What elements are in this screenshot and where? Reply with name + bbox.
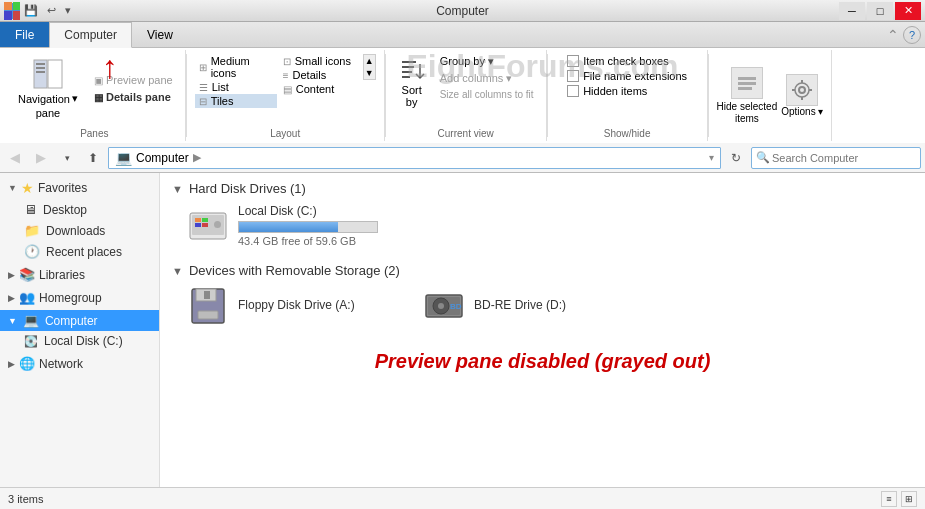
svg-rect-4 [36,71,45,73]
file-name-extensions-toggle[interactable]: File name extensions [565,69,689,83]
removable-grid: Floppy Disk Drive (A:) BD [172,286,913,326]
layout-scrollbar: ▲ ▼ [363,54,376,80]
network-expand-icon: ▶ [8,359,15,369]
layout-list: ⊞ Medium icons ☰ List ⊟ Tiles [195,54,277,108]
floppy-name: Floppy Disk Drive (A:) [238,298,355,312]
removable-item-bd[interactable]: BD BD-RE Drive (D:) [424,286,644,326]
tab-spacer [188,22,887,47]
window-controls: ─ □ ✕ [839,2,921,20]
homegroup-icon: 👥 [19,290,35,305]
hide-selected-label: Hide selecteditems [717,101,778,125]
libraries-header[interactable]: ▶ 📚 Libraries [0,264,159,285]
help-button[interactable]: ? [903,26,921,44]
favorites-expand-icon: ▼ [8,183,17,193]
dropdown-button[interactable]: ▾ [56,147,78,169]
layout-small-icons[interactable]: ⊡ Small icons [279,54,361,68]
computer-header[interactable]: ▼ 💻 Computer [0,310,159,331]
search-input[interactable] [772,152,916,164]
main-area: ▼ ★ Favorites 🖥 Desktop 📁 Downloads 🕐 Re… [0,173,925,487]
layout-scroll-up[interactable]: ▲ [364,55,375,67]
size-columns-button[interactable]: Size all columns to fit [436,88,538,101]
ribbon-group-hide-options: Hide selecteditems Options ▾ [709,50,832,141]
tab-file[interactable]: File [0,22,49,47]
ribbon-tabs: File Computer View ⌃ ? [0,22,925,48]
homegroup-header[interactable]: ▶ 👥 Homegroup [0,287,159,308]
ribbon-help-area: ⌃ ? [887,22,925,47]
hide-selected-button[interactable]: Hide selecteditems [717,67,778,125]
options-button[interactable]: Options ▾ [781,74,822,117]
details-view-icon[interactable]: ≡ [881,491,897,507]
address-path[interactable]: 💻 Computer ▶ ▾ [108,147,721,169]
minimize-button[interactable]: ─ [839,2,865,20]
layout-content[interactable]: ▤ Content [279,82,361,96]
star-icon: ★ [21,180,34,196]
layout-scroll-down[interactable]: ▼ [364,67,375,79]
favorites-header[interactable]: ▼ ★ Favorites [0,177,159,199]
search-box[interactable]: 🔍 [751,147,921,169]
quick-access-bar: 💾 ↩ ▾ [24,4,71,17]
desktop-icon: 🖥 [24,202,37,217]
details-icon: ≡ [283,70,289,81]
refresh-button[interactable]: ↻ [725,147,747,169]
svg-rect-24 [214,221,221,228]
layout-medium-icons[interactable]: ⊞ Medium icons [195,54,277,80]
tab-computer[interactable]: Computer [49,22,132,48]
sidebar-section-libraries: ▶ 📚 Libraries [0,264,159,285]
sidebar-section-homegroup: ▶ 👥 Homegroup [0,287,159,308]
hidden-items-toggle[interactable]: Hidden items [565,84,689,98]
local-disk-label: Local Disk (C:) [44,334,123,348]
item-check-boxes-toggle[interactable]: Item check boxes [565,54,689,68]
navigation-pane-button[interactable]: Navigation ▾ pane [12,54,84,123]
content-icon: ▤ [283,84,292,95]
close-button[interactable]: ✕ [895,2,921,20]
nav-pane-sublabel: pane [36,107,60,119]
sidebar-item-downloads[interactable]: 📁 Downloads [0,220,159,241]
path-computer: Computer [136,151,189,165]
sidebar-item-local-disk[interactable]: 💽 Local Disk (C:) [0,331,159,351]
drive-item-c[interactable]: Local Disk (C:) 43.4 GB free of 59.6 GB [188,204,428,247]
hidden-items-checkbox [567,85,579,97]
homegroup-label: Homegroup [39,291,102,305]
status-bar: 3 items ≡ ⊞ [0,487,925,509]
removable-item-floppy[interactable]: Floppy Disk Drive (A:) [188,286,408,326]
group-by-button[interactable]: Group by ▾ [436,54,538,69]
nav-pane-icon [32,58,64,90]
details-pane-button[interactable]: ▦ Details pane [90,89,177,105]
local-disk-icon: 💽 [24,335,38,348]
sidebar-section-favorites: ▼ ★ Favorites 🖥 Desktop 📁 Downloads 🕐 Re… [0,177,159,262]
ribbon-group-current-view: Sort by Group by ▾ Add columns ▾ Size al… [386,50,547,141]
layout-list[interactable]: ☰ List [195,80,277,94]
sidebar-item-desktop[interactable]: 🖥 Desktop [0,199,159,220]
computer-icon: 💻 [23,313,39,328]
layout-details[interactable]: ≡ Details [279,68,361,82]
homegroup-expand-icon: ▶ [8,293,15,303]
address-bar: ◀ ▶ ▾ ⬆ 💻 Computer ▶ ▾ ↻ 🔍 [0,143,925,173]
back-button[interactable]: ◀ [4,147,26,169]
downloads-label: Downloads [46,224,105,238]
sidebar-item-recent-places[interactable]: 🕐 Recent places [0,241,159,262]
libraries-icon: 📚 [19,267,35,282]
tab-view[interactable]: View [132,22,188,47]
libraries-label: Libraries [39,268,85,282]
network-header[interactable]: ▶ 🌐 Network [0,353,159,374]
layout-tiles[interactable]: ⊟ Tiles [195,94,277,108]
drive-c-bar-container [238,221,378,233]
large-icons-view-icon[interactable]: ⊞ [901,491,917,507]
maximize-button[interactable]: □ [867,2,893,20]
bd-icon: BD [424,286,464,326]
file-name-extensions-checkbox [567,70,579,82]
svg-text:BD: BD [450,302,462,311]
view-options: Group by ▾ Add columns ▾ Size all column… [436,54,538,101]
up-button[interactable]: ⬆ [82,147,104,169]
hide-selected-icon [731,67,763,99]
removable-section-header: ▼ Devices with Removable Storage (2) [172,263,913,278]
floppy-info: Floppy Disk Drive (A:) [238,298,355,315]
svg-rect-2 [36,63,45,65]
forward-button[interactable]: ▶ [30,147,52,169]
sort-by-button[interactable]: Sort by [394,54,430,110]
ribbon-collapse-icon[interactable]: ⌃ [887,27,899,43]
add-columns-button[interactable]: Add columns ▾ [436,71,538,86]
preview-pane-button[interactable]: ▣ Preview pane [90,72,177,88]
svg-point-13 [795,83,809,97]
watermark-area: Preview pane disabled (grayed out) [172,350,913,373]
